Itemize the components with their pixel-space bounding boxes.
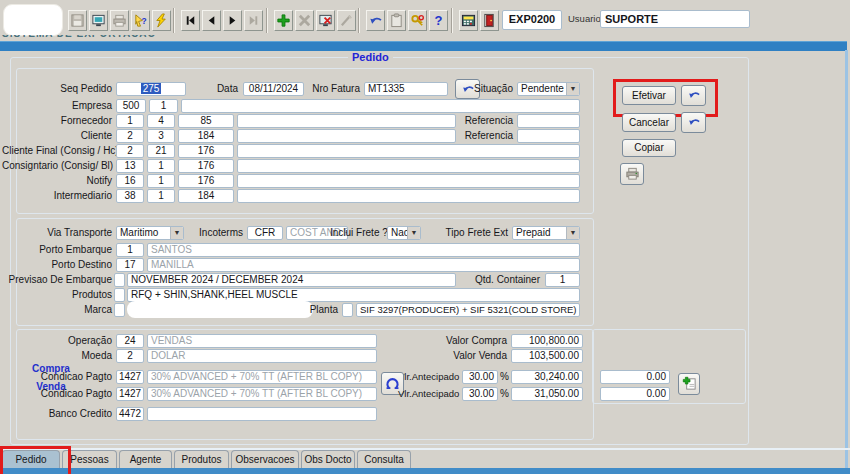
toolbar-wand-button[interactable] (337, 10, 356, 31)
add-installment-button[interactable] (678, 373, 700, 395)
empresa-code2-field[interactable]: 1 (149, 99, 178, 113)
tab-consulta[interactable]: Consulta (357, 450, 411, 469)
consignatario-name-field[interactable] (237, 159, 580, 173)
toolbar-help-button[interactable]: ? (429, 10, 448, 31)
cliente-code1-field[interactable]: 2 (116, 129, 144, 143)
pct-antecipado-venda-field[interactable]: 30.00 (462, 387, 498, 401)
tab-obs-docto[interactable]: Obs Docto (301, 450, 355, 469)
copiar-button[interactable]: Copiar (622, 139, 676, 157)
inclui-frete-dropdown[interactable]: Nao▼ (387, 226, 421, 240)
cliente-name-field[interactable] (237, 129, 456, 143)
cliente-final-code3-field[interactable]: 176 (178, 144, 234, 158)
notify-code1-field[interactable]: 16 (116, 174, 144, 188)
toolbar-exit-button[interactable] (480, 10, 499, 31)
add-icon (276, 13, 291, 28)
toolbar-delete-button[interactable] (295, 10, 314, 31)
toolbar-add-button[interactable] (274, 10, 293, 31)
via-transporte-dropdown[interactable]: Maritimo▼ (116, 226, 184, 240)
fornecedor-name-field[interactable] (237, 114, 456, 128)
cliente-code2-field[interactable]: 3 (147, 129, 175, 143)
tab-agente[interactable]: Agente (119, 450, 172, 469)
toolbar-process-button[interactable] (152, 10, 171, 31)
marca-flag-field[interactable] (114, 303, 125, 317)
valor-venda-field[interactable]: 103,500.00 (511, 349, 583, 363)
toolbar-undo-button[interactable] (366, 10, 385, 31)
porto-embarque-code-field[interactable]: 1 (116, 243, 144, 257)
extra-compra-field[interactable]: 0.00 (600, 370, 670, 384)
banco-credito-code-field[interactable]: 4472 (116, 407, 144, 421)
notify-code2-field[interactable]: 1 (147, 174, 175, 188)
toolbar-edit-screen-button[interactable] (316, 10, 335, 31)
planta-flag-field[interactable] (342, 303, 353, 317)
condicao-pagto-compra-code-field[interactable]: 1427 (116, 370, 144, 384)
intermediario-name-field[interactable] (237, 189, 580, 203)
incoterms-code-field[interactable]: CFR (247, 226, 283, 240)
toolbar-prev-record-button[interactable] (202, 10, 221, 31)
nro-fatura-field[interactable]: MT1335 (364, 82, 448, 96)
efetivar-undo-button[interactable] (681, 85, 706, 106)
print-order-button[interactable] (620, 163, 644, 185)
cliente-referencia-field[interactable] (517, 129, 580, 143)
toolbar-first-record-button[interactable] (181, 10, 200, 31)
produtos-field[interactable]: RFQ + SHIN,SHANK,HEEL MUSCLE (127, 288, 580, 302)
toolbar-paste-button[interactable] (387, 10, 406, 31)
monitor-icon (91, 13, 106, 28)
notify-name-field[interactable] (237, 174, 580, 188)
cliente-label: Cliente (2, 129, 112, 143)
toolbar-keys-button[interactable] (408, 10, 427, 31)
antecipado-venda-field[interactable]: 31,050.00 (511, 387, 583, 401)
toolbar-next-record-button[interactable] (223, 10, 242, 31)
pct-antecipado-compra-field[interactable]: 30.00 (462, 370, 498, 384)
operacao-code-field[interactable]: 24 (116, 334, 144, 348)
seq-pedido-field[interactable]: 275 (116, 82, 186, 96)
cliente-final-code2-field[interactable]: 21 (147, 144, 175, 158)
qtd-container-field[interactable]: 1 (545, 273, 580, 287)
intermediario-code3-field[interactable]: 184 (178, 189, 234, 203)
tipo-frete-dropdown[interactable]: Prepaid▼ (512, 226, 580, 240)
consignatario-code3-field[interactable]: 176 (178, 159, 234, 173)
toolbar-calculator-button[interactable] (459, 10, 478, 31)
cancelar-button[interactable]: Cancelar (622, 113, 676, 132)
fornecedor-code1-field[interactable]: 1 (116, 114, 144, 128)
porto-destino-code-field[interactable]: 17 (116, 258, 144, 272)
moeda-code-field[interactable]: 2 (116, 349, 144, 363)
produtos-flag-field[interactable] (114, 288, 125, 302)
previsao-embarque-field[interactable]: NOVEMBER 2024 / DECEMBER 2024 (127, 273, 456, 287)
fornecedor-referencia-field[interactable] (517, 114, 580, 128)
valor-compra-field[interactable]: 100,800.00 (511, 334, 583, 348)
empresa-code1-field[interactable]: 500 (116, 99, 146, 113)
extra-venda-field[interactable]: 0.00 (600, 387, 670, 401)
consignatario-code2-field[interactable]: 1 (147, 159, 175, 173)
tab-produtos[interactable]: Produtos (174, 450, 229, 469)
notify-code3-field[interactable]: 176 (178, 174, 234, 188)
consignatario-code1-field[interactable]: 13 (116, 159, 144, 173)
cliente-code3-field[interactable]: 184 (178, 129, 234, 143)
cliente-final-name-field[interactable] (237, 144, 580, 158)
banco-credito-name-field[interactable] (147, 407, 377, 421)
window-title-bar[interactable] (0, 41, 847, 51)
condicao-pagto-venda-code-field[interactable]: 1427 (116, 387, 144, 401)
marca-field[interactable] (127, 301, 313, 318)
cancelar-undo-button[interactable] (681, 112, 706, 133)
cliente-final-code1-field[interactable]: 2 (116, 144, 144, 158)
efetivar-button[interactable]: Efetivar (622, 86, 676, 105)
fornecedor-code2-field[interactable]: 4 (147, 114, 175, 128)
situacao-dropdown[interactable]: Pendente▼ (517, 82, 580, 96)
previsao-flag-field[interactable] (114, 273, 125, 287)
empresa-name-field[interactable] (181, 99, 580, 113)
toolbar-save-button[interactable] (68, 10, 87, 31)
intermediario-code1-field[interactable]: 38 (116, 189, 144, 203)
toolbar-preview-button[interactable] (89, 10, 108, 31)
toolbar-print-button[interactable] (110, 10, 129, 31)
notify-label: Notify (2, 174, 112, 188)
antecipado-compra-field[interactable]: 30,240.00 (511, 370, 583, 384)
toolbar-last-record-button[interactable] (244, 10, 263, 31)
fornecedor-code3-field[interactable]: 85 (178, 114, 234, 128)
intermediario-code2-field[interactable]: 1 (147, 189, 175, 203)
seq-pedido-label: Seq Pedido (2, 82, 112, 96)
toolbar-context-help-button[interactable]: ? (131, 10, 150, 31)
user-field[interactable]: SUPORTE (600, 10, 750, 28)
banco-credito-label: Banco Credito (2, 407, 112, 421)
planta-field[interactable]: SIF 3297(PRODUCER) + SIF 5321(COLD STORE… (356, 303, 580, 317)
tab-observacoes[interactable]: Observacoes (231, 450, 299, 469)
